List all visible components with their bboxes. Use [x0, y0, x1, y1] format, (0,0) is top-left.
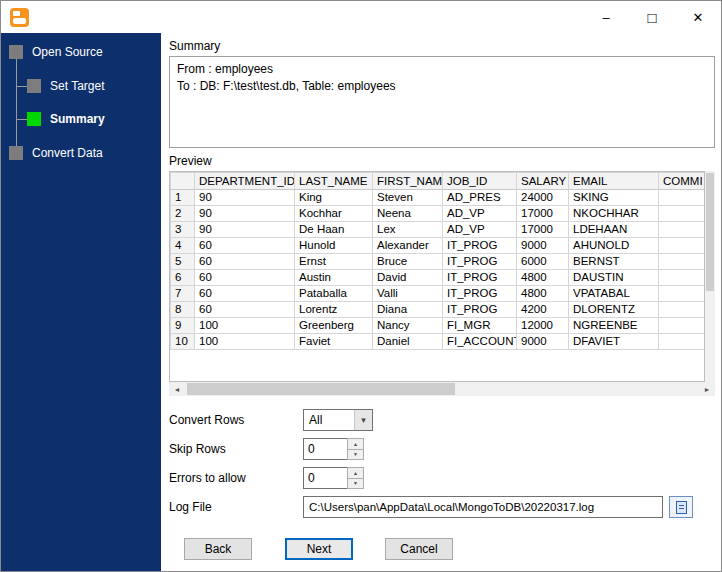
table-cell[interactable]: FI_MGR: [443, 318, 517, 334]
minimize-button[interactable]: –: [583, 1, 629, 33]
table-cell[interactable]: 24000: [517, 190, 569, 206]
column-header[interactable]: SALARY: [517, 173, 569, 190]
table-cell[interactable]: [659, 318, 706, 334]
table-cell[interactable]: DLORENTZ: [569, 302, 659, 318]
table-cell[interactable]: 9000: [517, 334, 569, 350]
table-cell[interactable]: Alexander: [373, 238, 443, 254]
table-cell[interactable]: 9000: [517, 238, 569, 254]
table-cell[interactable]: DAUSTIN: [569, 270, 659, 286]
table-cell[interactable]: 6000: [517, 254, 569, 270]
row-number-cell[interactable]: 3: [171, 222, 195, 238]
convert-rows-select[interactable]: All ▾: [303, 409, 373, 431]
spin-down-icon[interactable]: ▼: [348, 450, 363, 460]
table-cell[interactable]: [659, 270, 706, 286]
table-cell[interactable]: Austin: [295, 270, 373, 286]
row-number-cell[interactable]: 2: [171, 206, 195, 222]
row-number-cell[interactable]: 7: [171, 286, 195, 302]
column-header[interactable]: JOB_ID: [443, 173, 517, 190]
column-header[interactable]: DEPARTMENT_ID: [195, 173, 295, 190]
table-cell[interactable]: [659, 334, 706, 350]
vertical-scrollbar-thumb[interactable]: [706, 173, 714, 291]
table-cell[interactable]: Greenberg: [295, 318, 373, 334]
table-cell[interactable]: Diana: [373, 302, 443, 318]
cancel-button[interactable]: Cancel: [385, 538, 453, 560]
table-cell[interactable]: 60: [195, 238, 295, 254]
table-cell[interactable]: 17000: [517, 206, 569, 222]
table-cell[interactable]: Bruce: [373, 254, 443, 270]
column-header[interactable]: FIRST_NAME: [373, 173, 443, 190]
table-cell[interactable]: King: [295, 190, 373, 206]
table-cell[interactable]: AD_VP: [443, 222, 517, 238]
table-cell[interactable]: 100: [195, 334, 295, 350]
table-cell[interactable]: 60: [195, 286, 295, 302]
table-cell[interactable]: David: [373, 270, 443, 286]
table-cell[interactable]: Valli: [373, 286, 443, 302]
table-cell[interactable]: 100: [195, 318, 295, 334]
row-number-cell[interactable]: 1: [171, 190, 195, 206]
table-cell[interactable]: 4200: [517, 302, 569, 318]
table-cell[interactable]: IT_PROG: [443, 254, 517, 270]
table-cell[interactable]: [659, 190, 706, 206]
column-header[interactable]: EMAIL: [569, 173, 659, 190]
row-number-cell[interactable]: 10: [171, 334, 195, 350]
chevron-down-icon[interactable]: ▾: [354, 410, 372, 430]
table-cell[interactable]: Neena: [373, 206, 443, 222]
table-cell[interactable]: AHUNOLD: [569, 238, 659, 254]
table-cell[interactable]: De Haan: [295, 222, 373, 238]
skip-rows-input[interactable]: [303, 438, 347, 460]
table-cell[interactable]: Daniel: [373, 334, 443, 350]
table-cell[interactable]: 60: [195, 270, 295, 286]
horizontal-scrollbar-thumb[interactable]: [187, 383, 455, 395]
row-number-cell[interactable]: 8: [171, 302, 195, 318]
table-cell[interactable]: Faviet: [295, 334, 373, 350]
table-cell[interactable]: IT_PROG: [443, 270, 517, 286]
spin-up-icon[interactable]: ▲: [348, 468, 363, 479]
log-file-input[interactable]: [303, 496, 663, 518]
errors-input[interactable]: [303, 467, 347, 489]
table-cell[interactable]: 90: [195, 206, 295, 222]
table-cell[interactable]: 90: [195, 190, 295, 206]
table-cell[interactable]: 60: [195, 254, 295, 270]
table-cell[interactable]: IT_PROG: [443, 302, 517, 318]
table-cell[interactable]: 4800: [517, 270, 569, 286]
table-cell[interactable]: 90: [195, 222, 295, 238]
table-cell[interactable]: Hunold: [295, 238, 373, 254]
table-cell[interactable]: Pataballa: [295, 286, 373, 302]
row-number-cell[interactable]: 6: [171, 270, 195, 286]
row-number-header[interactable]: [171, 173, 195, 190]
table-cell[interactable]: 4800: [517, 286, 569, 302]
table-cell[interactable]: NGREENBE: [569, 318, 659, 334]
table-cell[interactable]: [659, 302, 706, 318]
table-cell[interactable]: SKING: [569, 190, 659, 206]
title-bar[interactable]: – □ ✕: [1, 1, 721, 33]
table-cell[interactable]: [659, 286, 706, 302]
table-cell[interactable]: AD_PRES: [443, 190, 517, 206]
column-header[interactable]: LAST_NAME: [295, 173, 373, 190]
table-cell[interactable]: Nancy: [373, 318, 443, 334]
maximize-button[interactable]: □: [629, 1, 675, 33]
row-number-cell[interactable]: 9: [171, 318, 195, 334]
table-cell[interactable]: Steven: [373, 190, 443, 206]
open-log-button[interactable]: [669, 496, 693, 518]
next-button[interactable]: Next: [285, 538, 353, 560]
back-button[interactable]: Back: [184, 538, 252, 560]
table-cell[interactable]: NKOCHHAR: [569, 206, 659, 222]
table-cell[interactable]: LDEHAAN: [569, 222, 659, 238]
table-cell[interactable]: 60: [195, 302, 295, 318]
row-number-cell[interactable]: 5: [171, 254, 195, 270]
row-number-cell[interactable]: 4: [171, 238, 195, 254]
column-header[interactable]: COMMI: [659, 173, 706, 190]
table-cell[interactable]: AD_VP: [443, 206, 517, 222]
close-button[interactable]: ✕: [675, 1, 721, 33]
table-cell[interactable]: Kochhar: [295, 206, 373, 222]
horizontal-scrollbar[interactable]: ◄ ►: [169, 382, 715, 396]
vertical-scrollbar[interactable]: [705, 171, 715, 382]
table-cell[interactable]: 12000: [517, 318, 569, 334]
table-cell[interactable]: Lex: [373, 222, 443, 238]
table-cell[interactable]: IT_PROG: [443, 238, 517, 254]
spin-down-icon[interactable]: ▼: [348, 479, 363, 489]
table-cell[interactable]: [659, 254, 706, 270]
table-cell[interactable]: Lorentz: [295, 302, 373, 318]
table-cell[interactable]: BERNST: [569, 254, 659, 270]
table-cell[interactable]: VPATABAL: [569, 286, 659, 302]
